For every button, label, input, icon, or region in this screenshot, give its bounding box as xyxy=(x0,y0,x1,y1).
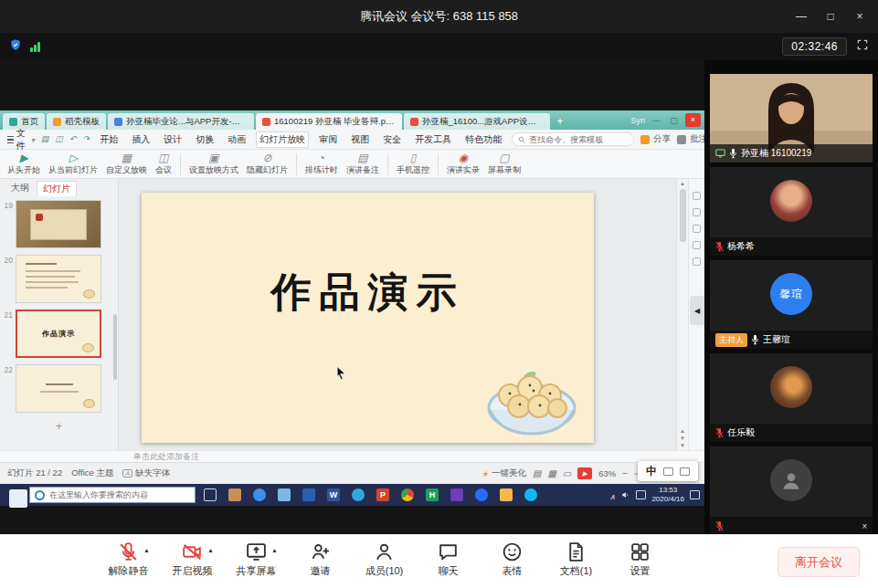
slide-thumbnail-row[interactable]: 20 xyxy=(0,255,118,303)
sidebar-collapse-arrow[interactable] xyxy=(690,296,704,325)
save-icon[interactable] xyxy=(41,134,49,144)
ribbon-button[interactable]: 自定义放映 xyxy=(106,152,147,176)
settings-button[interactable]: 设置 xyxy=(614,541,666,578)
tray-expand-icon[interactable] xyxy=(610,487,616,503)
redo-icon[interactable] xyxy=(83,134,90,144)
wps-menu-tab[interactable]: 开发工具 xyxy=(411,131,455,148)
ribbon-button[interactable]: 屏幕录制 xyxy=(488,152,521,176)
emoji-button[interactable]: 表情 xyxy=(486,541,538,578)
close-icon[interactable] xyxy=(862,521,867,531)
wps-menu-tab[interactable]: 设计 xyxy=(160,131,185,148)
scroll-down-icon[interactable]: ▼ xyxy=(680,443,685,448)
wps-tab-document[interactable]: 孙亚楠毕业论...与APP开发-任务书 xyxy=(108,113,254,130)
outline-tab[interactable]: 大纲 xyxy=(5,181,35,195)
taskbar-search-input[interactable] xyxy=(49,490,190,499)
scrollbar-thumb[interactable] xyxy=(680,189,686,242)
task-view-icon[interactable] xyxy=(200,486,220,504)
slide-sorter-icon[interactable] xyxy=(547,468,555,478)
side-tool-icon[interactable] xyxy=(693,208,701,216)
wps-menu-tab-slideshow[interactable]: 幻灯片放映 xyxy=(256,131,309,148)
photos-icon[interactable] xyxy=(225,486,245,504)
side-tool-icon[interactable] xyxy=(693,225,701,233)
wps-tab-docer[interactable]: 稻壳模板 xyxy=(47,113,106,130)
ribbon-button[interactable]: 从当前幻灯片 xyxy=(48,152,98,176)
wps-tab-presentation[interactable]: 孙亚楠_16100...游戏APP设计与开发 xyxy=(404,113,550,130)
ime-toolbar[interactable]: 中 xyxy=(638,461,698,481)
invite-button[interactable]: 邀请 xyxy=(294,541,346,578)
slide-thumbnail-row[interactable]: 22 xyxy=(0,364,118,413)
wps-restore-icon[interactable]: ▢ xyxy=(668,116,680,125)
chevron-up-icon[interactable] xyxy=(143,547,150,553)
wps-tab-presentation-active[interactable]: 16100219 孙亚楠 毕业答辩.pptx xyxy=(256,113,402,130)
ime-keyboard-icon[interactable] xyxy=(680,467,690,476)
participant-tile[interactable] xyxy=(710,446,873,534)
print-icon[interactable] xyxy=(56,134,64,144)
zoom-out-button[interactable]: − xyxy=(622,468,628,478)
video-player-icon[interactable] xyxy=(447,486,467,504)
scroll-up-icon[interactable]: ▲ xyxy=(680,181,685,186)
start-button[interactable] xyxy=(5,486,25,504)
missing-font-warning[interactable]: 缺失字体 xyxy=(122,467,170,479)
panel-scrollbar[interactable] xyxy=(113,314,117,380)
wps-menu-tab[interactable]: 插入 xyxy=(128,131,153,148)
store-icon[interactable] xyxy=(299,486,319,504)
volume-icon[interactable] xyxy=(620,490,630,499)
ribbon-button[interactable]: 从头开始 xyxy=(7,152,40,176)
chevron-up-icon[interactable] xyxy=(271,547,278,553)
ribbon-button[interactable]: 演讲备注 xyxy=(346,152,379,176)
chevron-up-icon[interactable] xyxy=(207,547,214,553)
normal-view-icon[interactable] xyxy=(533,468,541,478)
wps-menu-tab[interactable]: 安全 xyxy=(379,131,405,148)
taskbar-search-box[interactable] xyxy=(29,487,196,503)
powerpoint-icon[interactable]: P xyxy=(373,486,393,504)
wps-close-icon[interactable]: × xyxy=(685,113,701,127)
slide-thumbnail[interactable] xyxy=(16,255,101,303)
maximize-button[interactable]: □ xyxy=(816,0,845,33)
undo-icon[interactable] xyxy=(69,134,77,144)
slides-tab[interactable]: 幻灯片 xyxy=(37,181,77,196)
docs-button[interactable]: 文档(1) xyxy=(550,541,602,578)
ribbon-button[interactable]: 隐藏幻灯片 xyxy=(247,152,288,176)
qq-icon[interactable] xyxy=(521,486,541,504)
minimize-button[interactable]: — xyxy=(787,0,816,33)
network-tray-icon[interactable] xyxy=(636,490,646,499)
slide-thumbnail[interactable] xyxy=(16,200,101,248)
wps-menu-tab[interactable]: 切换 xyxy=(192,131,217,148)
comment-button[interactable]: 批注 xyxy=(677,133,704,145)
ribbon-button[interactable]: 会议 xyxy=(155,152,172,176)
members-button[interactable]: 成员(10) xyxy=(358,541,410,578)
next-slide-icon[interactable]: ▼ xyxy=(680,436,685,441)
security-shield-icon[interactable] xyxy=(9,38,22,55)
close-button[interactable]: × xyxy=(845,0,874,33)
folder-icon[interactable] xyxy=(496,486,516,504)
fullscreen-icon[interactable] xyxy=(856,38,869,55)
word-icon[interactable]: W xyxy=(323,486,344,504)
wps-menu-tab[interactable]: 视图 xyxy=(347,131,373,148)
wps-menu-tab[interactable]: 特色功能 xyxy=(461,131,505,148)
notes-bar[interactable]: 单击此处添加备注 xyxy=(0,450,704,462)
file-menu[interactable]: 文件 xyxy=(7,127,35,152)
slide-thumbnail-selected[interactable]: 作品演示 xyxy=(16,310,101,358)
mail-icon[interactable] xyxy=(274,486,294,504)
side-tool-icon[interactable] xyxy=(693,257,701,266)
leave-meeting-button[interactable]: 离开会议 xyxy=(778,547,860,577)
ribbon-button[interactable]: 设置放映方式 xyxy=(189,152,238,176)
participant-tile[interactable]: 杨希希 xyxy=(710,167,873,256)
participant-tile[interactable]: 孙亚楠 16100219 xyxy=(710,74,873,163)
chat-button[interactable]: 聊天 xyxy=(422,541,474,578)
ime-language-indicator[interactable]: 中 xyxy=(646,464,657,479)
chrome-icon[interactable] xyxy=(397,486,418,504)
unmute-button[interactable]: 解除静音 xyxy=(102,541,154,578)
slide-thumbnail-row[interactable]: 21 作品演示 xyxy=(0,310,118,358)
ribbon-button[interactable]: 演讲实录 xyxy=(447,152,480,176)
side-tool-icon[interactable] xyxy=(693,241,701,249)
slide-thumbnail-row[interactable]: 19 xyxy=(0,200,118,248)
command-search-input[interactable] xyxy=(529,135,628,144)
wps-menu-tab[interactable]: 审阅 xyxy=(315,131,341,148)
new-tab-button[interactable]: + xyxy=(552,113,568,130)
add-slide-button[interactable]: + xyxy=(0,419,118,433)
current-slide[interactable]: 作品演示 xyxy=(142,193,594,443)
participant-tile[interactable]: 馨瑄 主持人 王馨瑄 xyxy=(710,260,873,349)
ribbon-button[interactable]: 排练计时 xyxy=(305,152,338,176)
browser-icon[interactable] xyxy=(249,486,270,504)
